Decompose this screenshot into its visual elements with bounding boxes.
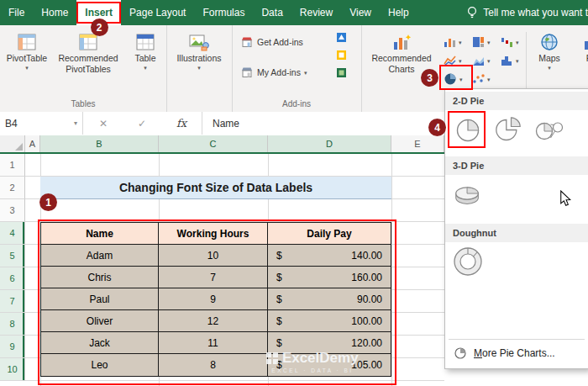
row-header-8[interactable]: 8 [0, 313, 25, 336]
col-header-a[interactable]: A [25, 135, 40, 152]
my-addins-icon [240, 66, 254, 79]
recommended-charts-label-1: Recommended [371, 54, 431, 63]
currency-symbol: $ [276, 359, 282, 371]
cell-name[interactable]: Oliver [41, 310, 159, 332]
header-cell-name[interactable]: Name [41, 223, 159, 245]
tab-data[interactable]: Data [253, 0, 291, 25]
cell-pay[interactable]: $ 105.00 [268, 354, 391, 376]
tab-help[interactable]: Help [380, 0, 417, 25]
sheet-title-cell[interactable]: Changing Font Size of Data Labels [40, 177, 391, 199]
row-header-6[interactable]: 6 [0, 267, 25, 290]
col-header-d[interactable]: D [268, 135, 391, 152]
tab-formulas[interactable]: Formulas [194, 0, 253, 25]
row-header-10[interactable]: 10 [0, 358, 25, 381]
hierarchy-chart-button[interactable]: ▾ [470, 34, 492, 50]
table-button[interactable]: Table ▾ [128, 32, 163, 71]
3d-pie-gallery [452, 178, 484, 210]
pivotchart-button[interactable]: Piv [573, 32, 588, 63]
cell-pay[interactable]: $ 120.00 [268, 332, 391, 354]
cell-hours[interactable]: 12 [159, 310, 268, 332]
dropdown-caret-icon: ▾ [487, 58, 491, 64]
exploded-pie-option-button[interactable] [492, 114, 524, 146]
addin-yellow-icon[interactable] [336, 50, 347, 61]
ribbon-group-tables: PivotTable ▾ Recommended PivotTables [0, 25, 167, 112]
exploded-pie-icon [493, 115, 523, 145]
select-all-corner[interactable] [0, 135, 25, 152]
tab-file[interactable]: File [0, 0, 33, 25]
waterfall-chart-icon [501, 36, 513, 48]
cell-pay[interactable]: $ 140.00 [268, 245, 391, 267]
addin-green-icon[interactable] [336, 67, 347, 78]
enter-button[interactable]: ✓ [138, 118, 146, 130]
cell-name[interactable]: Chris [41, 267, 159, 288]
row-header-1[interactable]: 1 [0, 154, 25, 177]
pivottable-button[interactable]: PivotTable ▾ [5, 32, 49, 71]
doughnut-option-button[interactable] [452, 246, 484, 278]
waterfall-chart-button[interactable]: ▾ [499, 34, 521, 50]
maps-label: Maps [538, 54, 560, 63]
cell-hours[interactable]: 11 [159, 332, 268, 354]
header-cell-pay[interactable]: Daily Pay [268, 223, 391, 245]
pie-chart-icon [444, 72, 457, 86]
pie-of-pie-option-button[interactable] [533, 114, 564, 146]
cell-hours[interactable]: 10 [159, 245, 268, 267]
section-doughnut: Doughnut [445, 224, 588, 242]
col-header-b[interactable]: B [40, 135, 159, 152]
cell-hours[interactable]: 9 [159, 288, 268, 310]
name-box-caret-icon[interactable]: ▾ [74, 119, 77, 127]
row-header-7[interactable]: 7 [0, 290, 25, 313]
3d-pie-option-button[interactable] [452, 178, 484, 210]
my-addins-button[interactable]: My Add-ins ▾ [240, 66, 307, 79]
header-cell-hours[interactable]: Working Hours [159, 223, 268, 245]
scatter-chart-button[interactable]: ▾ [470, 71, 492, 87]
column-chart-button[interactable]: ▾ [442, 34, 464, 50]
row-header-4[interactable]: 4 [0, 222, 25, 245]
cell-name[interactable]: Leo [41, 354, 159, 376]
cell-hours[interactable]: 8 [159, 354, 268, 376]
row-header-5[interactable]: 5 [0, 245, 25, 267]
tab-home[interactable]: Home [33, 0, 76, 25]
illustrations-button[interactable]: Illustrations ▾ [171, 32, 227, 71]
addin-blue-icon[interactable] [336, 32, 347, 43]
tab-page-layout[interactable]: Page Layout [121, 0, 194, 25]
recommended-pivottables-button[interactable]: Recommended PivotTables [52, 32, 124, 74]
row-header-3[interactable]: 3 [0, 199, 25, 222]
cell-pay[interactable]: $ 160.00 [268, 267, 391, 288]
recommended-charts-button[interactable]: Recommended Charts [363, 32, 440, 74]
excel-window: File Home Insert 2 Page Layout Formulas … [0, 0, 588, 386]
dropdown-caret-icon: ▾ [459, 77, 463, 82]
tell-me-label: Tell me what you want t [483, 7, 588, 19]
table-row: Oliver 12 $ 100.00 [41, 310, 391, 332]
cancel-button[interactable]: ✕ [99, 118, 108, 130]
row-header-9[interactable]: 9 [0, 336, 25, 358]
tell-me-box[interactable]: Tell me what you want t [461, 0, 588, 25]
store-icon [240, 35, 254, 49]
col-header-c[interactable]: C [159, 135, 268, 152]
pie-option-button[interactable] [452, 114, 484, 146]
tab-view[interactable]: View [341, 0, 380, 25]
table-row: Adam 10 $ 140.00 [41, 245, 391, 267]
name-box[interactable]: B4 ▾ [0, 112, 83, 135]
cell-pay[interactable]: $ 90.00 [268, 288, 391, 310]
cell-name[interactable]: Paul [41, 288, 159, 310]
line-chart-button[interactable]: ▾ [442, 52, 464, 69]
histogram-chart-button[interactable]: ▾ [499, 52, 521, 69]
maps-button[interactable]: Maps ▾ [531, 32, 568, 71]
formula-content: Name [213, 118, 239, 130]
table-header-row: Name Working Hours Daily Pay [41, 223, 391, 245]
cell-name[interactable]: Jack [41, 332, 159, 354]
tab-review[interactable]: Review [291, 0, 341, 25]
get-addins-button[interactable]: Get Add-ins [240, 35, 303, 49]
col-header-e[interactable]: E [391, 135, 444, 152]
cell-name[interactable]: Adam [41, 245, 159, 267]
more-pie-charts-item[interactable]: More Pie Charts... [445, 342, 588, 364]
pie-chart-button[interactable]: ▾ [442, 71, 465, 87]
cell-hours[interactable]: 7 [159, 267, 268, 288]
area-chart-button[interactable]: ▾ [470, 52, 492, 69]
dropdown-caret-icon: ▾ [25, 65, 29, 71]
tab-insert[interactable]: Insert 2 [76, 0, 121, 25]
cell-pay[interactable]: $ 100.00 [268, 310, 391, 332]
insert-function-button[interactable]: fx [176, 117, 186, 130]
row-header-2[interactable]: 2 [0, 177, 25, 199]
section-2d-pie: 2-D Pie [445, 92, 588, 110]
